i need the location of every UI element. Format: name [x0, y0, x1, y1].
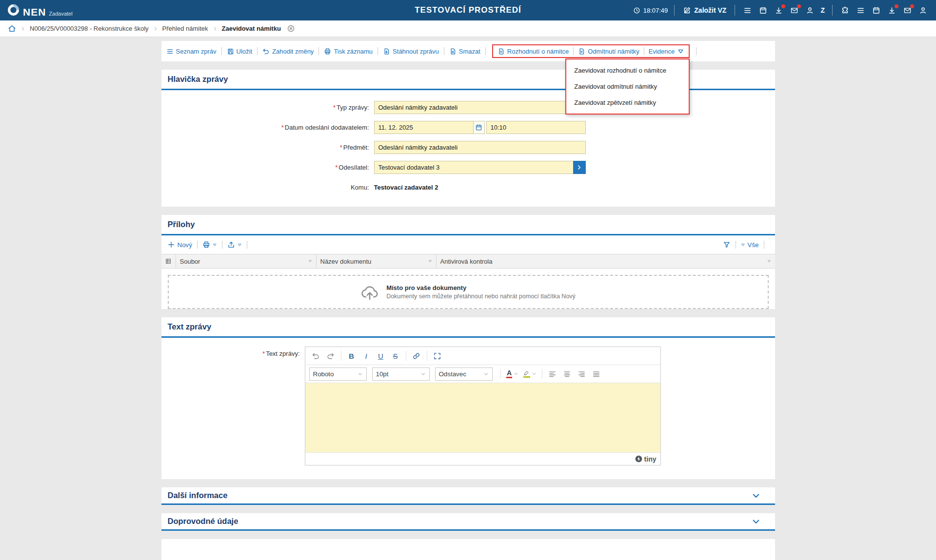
- italic-button[interactable]: I: [359, 349, 373, 363]
- field-label: *Typ zprávy:: [161, 104, 374, 111]
- sender-detail-button[interactable]: [573, 161, 586, 174]
- new-attachment-button[interactable]: Nový: [167, 241, 192, 249]
- filter-button[interactable]: [723, 241, 731, 249]
- objection-decision-label: Rozhodnutí o námitce: [507, 48, 569, 55]
- export-attachments-button[interactable]: [227, 241, 242, 249]
- notification-badge: [910, 4, 914, 8]
- user-icon[interactable]: [917, 4, 929, 17]
- chevron-down-icon[interactable]: [751, 517, 761, 526]
- font-family-select[interactable]: Roboto: [309, 367, 367, 381]
- column-header-nazev[interactable]: Název dokumentu: [317, 254, 437, 268]
- text-color-button[interactable]: A: [504, 367, 521, 381]
- downloads-icon[interactable]: [773, 4, 785, 17]
- nen-logo[interactable]: NEN Zadavatel: [7, 3, 73, 17]
- editor-body[interactable]: [305, 383, 660, 452]
- divider: [736, 241, 736, 249]
- form-row-predmet: *Předmět:: [161, 141, 775, 154]
- strikethrough-button[interactable]: S: [389, 349, 402, 363]
- home-icon[interactable]: [8, 24, 16, 33]
- print-record-button[interactable]: Tisk záznamu: [324, 48, 373, 55]
- date-picker-button[interactable]: [473, 121, 485, 134]
- close-icon[interactable]: [287, 24, 295, 33]
- breadcrumb-item-objections[interactable]: Přehled námitek: [162, 25, 208, 32]
- objection-decision-button[interactable]: Rozhodnutí o námitce: [498, 48, 569, 55]
- column-header-soubor[interactable]: Soubor: [176, 254, 317, 268]
- breadcrumb-item-contract[interactable]: N006/25/V00003298 - Rekonstrukce školy: [30, 25, 149, 32]
- view-all-label: Vše: [748, 241, 759, 249]
- sender-input[interactable]: [374, 161, 586, 174]
- redo-icon[interactable]: [324, 349, 338, 363]
- section-title: Hlavička zprávy: [168, 75, 228, 84]
- discard-changes-button[interactable]: Zahodit změny: [262, 48, 314, 55]
- richtext-editor: B I U S Roboto 10pt: [305, 347, 661, 465]
- column-header-antivir[interactable]: Antivirová kontrola: [437, 254, 775, 268]
- user-icon[interactable]: [804, 4, 816, 17]
- link-icon[interactable]: [410, 349, 423, 363]
- documents-dropzone[interactable]: Místo pro vaše dokumenty Dokumenty sem m…: [168, 275, 769, 309]
- section-attachments: Přílohy Nový Vše: [161, 215, 775, 309]
- bold-button[interactable]: B: [345, 349, 358, 363]
- date-sent-input[interactable]: [374, 121, 474, 134]
- time-sent-input[interactable]: [486, 121, 586, 134]
- underline-button[interactable]: U: [374, 349, 388, 363]
- align-justify-icon[interactable]: [590, 367, 603, 381]
- user-initial-button[interactable]: Z: [819, 4, 826, 16]
- chevron-right-icon: [153, 26, 159, 32]
- menu-item-register-rejection[interactable]: Zaevidovat odmítnutí námitky: [566, 78, 689, 95]
- menu-icon[interactable]: [741, 4, 754, 17]
- undo-icon[interactable]: [309, 349, 323, 363]
- top-header: NEN Zadavatel TESTOVACÍ PROSTŘEDÍ 18:07:…: [0, 0, 936, 20]
- required-mark: *: [340, 144, 342, 151]
- message-type-input[interactable]: [374, 101, 586, 114]
- puzzle-icon[interactable]: [839, 4, 851, 17]
- caret-down-icon: [741, 243, 745, 247]
- evidence-menu-button[interactable]: Evidence: [649, 48, 684, 55]
- section-header[interactable]: Doprovodné údaje: [161, 513, 775, 531]
- messages-icon[interactable]: [901, 4, 914, 17]
- section-message-text: Text zprávy *Text zprávy: B I U S: [161, 317, 775, 479]
- form-row-komu: Komu: Testovací zadavatel 2: [161, 181, 775, 194]
- divider: [696, 47, 697, 55]
- messages-icon[interactable]: [788, 4, 800, 17]
- tinymce-brand[interactable]: tiny: [635, 455, 657, 463]
- menu-icon[interactable]: [855, 4, 867, 17]
- align-center-icon[interactable]: [560, 367, 574, 381]
- subject-input[interactable]: [374, 141, 586, 154]
- section-header[interactable]: Další informace: [161, 487, 775, 505]
- list-icon: [166, 48, 174, 55]
- menu-item-register-decision[interactable]: Zaevidovat rozhodnutí o námitce: [566, 62, 689, 78]
- required-mark: *: [262, 350, 265, 357]
- document-download-icon: [383, 48, 390, 55]
- attachments-toolbar: Nový Vše: [161, 235, 775, 254]
- view-all-button[interactable]: Vše: [741, 241, 759, 249]
- chevron-right-icon: [576, 164, 582, 171]
- block-format-select[interactable]: Odstavec: [435, 367, 493, 381]
- row-settings-column[interactable]: [161, 254, 176, 268]
- download-message-button[interactable]: Stáhnout zprávu: [383, 48, 439, 55]
- breadcrumb: N006/25/V00003298 - Rekonstrukce školy P…: [0, 20, 936, 37]
- save-label: Uložit: [237, 48, 253, 55]
- menu-item-register-withdrawal[interactable]: Zaevidovat zpětvzetí námitky: [566, 95, 689, 111]
- delete-button[interactable]: Smazat: [449, 48, 480, 55]
- calendar-icon[interactable]: [870, 4, 882, 17]
- column-label: Soubor: [180, 258, 200, 265]
- downloads-icon[interactable]: [886, 4, 898, 17]
- calendar-icon[interactable]: [757, 4, 769, 17]
- objection-rejection-button[interactable]: Odmítnutí námitky: [578, 48, 639, 55]
- print-attachments-button[interactable]: [202, 241, 217, 249]
- fullscreen-icon[interactable]: [431, 349, 444, 363]
- discard-changes-label: Zahodit změny: [272, 48, 314, 55]
- clock-icon: [633, 7, 640, 14]
- message-list-button[interactable]: Seznam zpráv: [166, 48, 217, 55]
- chevron-right-icon: [212, 26, 218, 32]
- divider: [341, 351, 341, 361]
- create-vz-button[interactable]: Založit VZ: [681, 4, 728, 17]
- highlight-color-button[interactable]: [522, 367, 538, 381]
- section-header: Přílohy: [161, 215, 775, 235]
- save-button[interactable]: Uložit: [227, 48, 253, 55]
- chevron-down-icon[interactable]: [751, 491, 761, 501]
- align-right-icon[interactable]: [575, 367, 589, 381]
- align-left-icon[interactable]: [546, 367, 559, 381]
- divider: [247, 241, 247, 249]
- font-size-select[interactable]: 10pt: [372, 367, 430, 381]
